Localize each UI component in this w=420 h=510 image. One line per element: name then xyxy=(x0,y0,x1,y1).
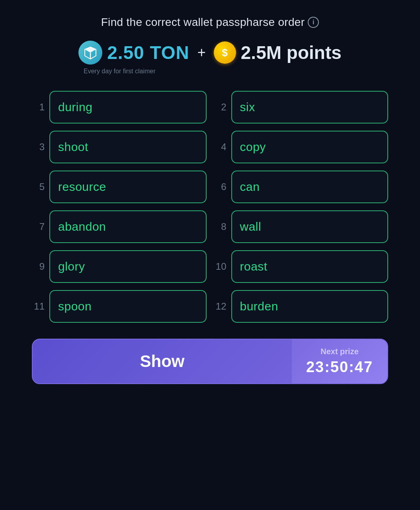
word-box[interactable]: six xyxy=(231,91,389,124)
word-box[interactable]: wall xyxy=(231,210,389,243)
word-text: abandon xyxy=(58,220,106,233)
word-number: 1 xyxy=(32,102,45,113)
next-prize-area: Next prize 23:50:47 xyxy=(292,339,387,383)
word-box[interactable]: copy xyxy=(231,131,389,163)
ton-amount: 2.50 TON xyxy=(107,42,189,63)
word-number: 3 xyxy=(32,141,45,153)
reward-row: 2.50 TON + $ 2.5M points xyxy=(78,41,342,65)
word-item[interactable]: 12burden xyxy=(214,290,389,323)
next-prize-label: Next prize xyxy=(320,347,359,356)
word-number: 2 xyxy=(214,102,227,113)
word-box[interactable]: roast xyxy=(231,250,389,283)
word-number: 12 xyxy=(214,301,227,312)
word-item[interactable]: 5resource xyxy=(32,171,207,203)
word-number: 10 xyxy=(214,261,227,272)
word-item[interactable]: 1during xyxy=(32,91,207,124)
word-text: shoot xyxy=(58,140,88,153)
word-item[interactable]: 10roast xyxy=(214,250,389,283)
word-box[interactable]: can xyxy=(231,171,389,203)
word-text: roast xyxy=(240,260,268,273)
word-item[interactable]: 4copy xyxy=(214,131,389,163)
word-text: resource xyxy=(58,180,106,193)
word-box[interactable]: burden xyxy=(231,290,389,323)
header-title: Find the correct wallet passpharse order xyxy=(101,16,305,29)
info-icon[interactable]: i xyxy=(308,17,319,28)
word-item[interactable]: 8wall xyxy=(214,210,389,243)
word-item[interactable]: 3shoot xyxy=(32,131,207,163)
points-section: $ 2.5M points xyxy=(214,41,342,64)
show-label: Show xyxy=(140,352,185,371)
show-button[interactable]: Show Next prize 23:50:47 xyxy=(32,339,388,384)
word-item[interactable]: 6can xyxy=(214,171,389,203)
word-text: during xyxy=(58,100,92,114)
word-item[interactable]: 9glory xyxy=(32,250,207,283)
word-number: 5 xyxy=(32,181,45,192)
coin-icon: $ xyxy=(214,41,236,64)
word-text: copy xyxy=(240,140,266,153)
word-text: spoon xyxy=(58,300,92,313)
plus-sign: + xyxy=(197,44,206,61)
word-text: wall xyxy=(240,220,262,233)
next-prize-timer: 23:50:47 xyxy=(306,359,373,376)
points-amount: 2.5M points xyxy=(241,42,342,63)
word-box[interactable]: shoot xyxy=(49,131,207,163)
word-number: 7 xyxy=(32,221,45,232)
word-item[interactable]: 11spoon xyxy=(32,290,207,323)
ton-section: 2.50 TON xyxy=(78,41,189,65)
word-text: glory xyxy=(58,260,85,273)
word-number: 11 xyxy=(32,301,45,312)
show-label-area: Show xyxy=(33,339,292,383)
word-number: 8 xyxy=(214,221,227,232)
word-number: 4 xyxy=(214,141,227,153)
svg-marker-1 xyxy=(85,47,96,53)
show-button-inner: Show Next prize 23:50:47 xyxy=(33,339,387,383)
words-grid: 1during2six3shoot4copy5resource6can7aban… xyxy=(32,91,388,323)
word-text: six xyxy=(240,100,255,114)
subtitle: Every day for first claimer xyxy=(84,68,155,75)
main-container: Find the correct wallet passpharse order… xyxy=(0,0,420,510)
word-number: 6 xyxy=(214,181,227,192)
header: Find the correct wallet passpharse order… xyxy=(101,16,319,29)
word-text: burden xyxy=(240,300,278,313)
ton-logo-icon xyxy=(78,41,102,65)
word-box[interactable]: spoon xyxy=(49,290,207,323)
word-box[interactable]: resource xyxy=(49,171,207,203)
word-item[interactable]: 7abandon xyxy=(32,210,207,243)
word-box[interactable]: during xyxy=(49,91,207,124)
word-box[interactable]: glory xyxy=(49,250,207,283)
word-number: 9 xyxy=(32,261,45,272)
word-item[interactable]: 2six xyxy=(214,91,389,124)
word-text: can xyxy=(240,180,260,193)
word-box[interactable]: abandon xyxy=(49,210,207,243)
